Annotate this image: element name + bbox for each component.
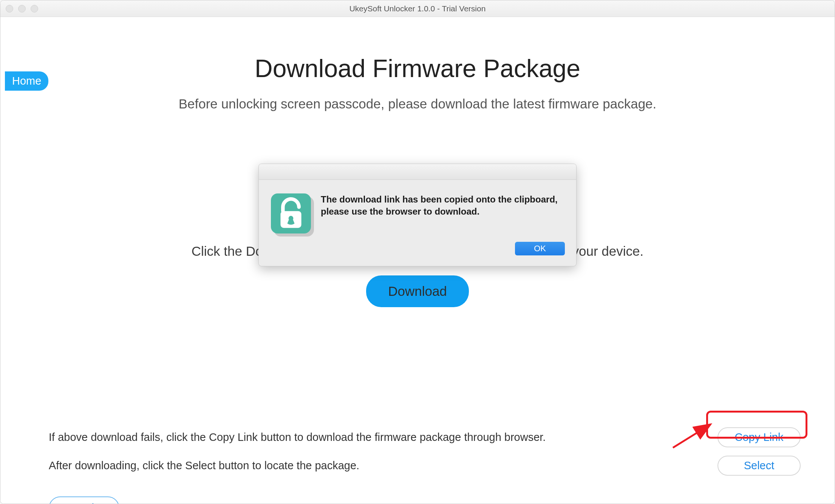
home-button[interactable]: Home (5, 71, 48, 91)
select-hint: After downloading, click the Select butt… (49, 459, 359, 472)
bottom-section: If above download fails, click the Copy … (49, 427, 801, 484)
app-window: UkeySoft Unlocker 1.0.0 - Trial Version … (0, 0, 835, 504)
select-row: After downloading, click the Select butt… (49, 456, 801, 476)
traffic-lights (6, 5, 38, 12)
download-button[interactable]: Download (366, 275, 469, 307)
copy-link-button[interactable]: Copy Link (717, 427, 801, 447)
dialog-footer: OK (259, 242, 576, 266)
close-window-button[interactable] (6, 5, 13, 12)
page-title: Download Firmware Package (0, 54, 835, 83)
content-area: Home Download Firmware Package Before un… (0, 54, 835, 504)
app-lock-icon (271, 193, 311, 233)
minimize-window-button[interactable] (18, 5, 26, 12)
copy-link-row: If above download fails, click the Copy … (49, 427, 801, 447)
dialog-titlebar (259, 164, 576, 180)
copy-link-hint: If above download fails, click the Copy … (49, 431, 546, 444)
back-button[interactable]: Back (49, 496, 119, 504)
dialog-body: The download link has been copied onto t… (259, 180, 576, 242)
titlebar: UkeySoft Unlocker 1.0.0 - Trial Version (0, 0, 835, 17)
dialog-message: The download link has been copied onto t… (321, 193, 564, 233)
ok-button[interactable]: OK (515, 242, 565, 255)
zoom-window-button[interactable] (31, 5, 38, 12)
page-subtitle: Before unlocking screen passcode, please… (0, 96, 835, 111)
select-button[interactable]: Select (717, 456, 801, 476)
clipboard-dialog: The download link has been copied onto t… (258, 164, 577, 266)
window-title: UkeySoft Unlocker 1.0.0 - Trial Version (349, 4, 486, 13)
